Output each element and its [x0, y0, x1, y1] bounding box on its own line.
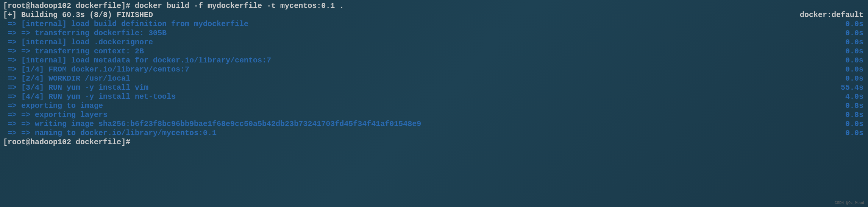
build-step-row: => [internal] load metadata for docker.i…	[3, 56, 865, 65]
build-step-row: => exporting to image0.8s	[3, 101, 865, 111]
build-step-time: 55.4s	[841, 83, 865, 92]
watermark: CSDN @Oz_Mood	[835, 201, 864, 205]
build-step-text: => [internal] load build definition from…	[3, 20, 845, 29]
build-step-row: => [3/4] RUN yum -y install vim55.4s	[3, 83, 865, 92]
build-step-time: 0.8s	[845, 111, 865, 120]
build-step-row: => => transferring dockerfile: 305B0.0s	[3, 29, 865, 38]
build-step-time: 0.0s	[845, 56, 865, 65]
build-step-row: => => naming to docker.io/library/mycent…	[3, 129, 865, 138]
prompt-text: [root@hadoop102 dockerfile]#	[3, 138, 865, 147]
building-status-line: [+] Building 60.3s (8/8) FINISHED docker…	[3, 11, 865, 20]
build-step-time: 0.0s	[845, 38, 865, 47]
build-step-text: => => exporting layers	[3, 111, 845, 120]
command-line-1: [root@hadoop102 dockerfile]# docker buil…	[3, 2, 865, 11]
build-step-row: => => writing image sha256:b6f23f8bc96bb…	[3, 120, 865, 129]
build-step-text: => => naming to docker.io/library/mycent…	[3, 129, 845, 138]
build-step-row: => => exporting layers0.8s	[3, 111, 865, 120]
build-step-time: 0.8s	[845, 101, 865, 111]
command-text: [root@hadoop102 dockerfile]# docker buil…	[3, 2, 865, 11]
build-step-time: 4.0s	[845, 92, 865, 101]
build-step-text: => => transferring dockerfile: 305B	[3, 29, 845, 38]
build-step-text: => [internal] load .dockerignore	[3, 38, 845, 47]
build-step-row: => [4/4] RUN yum -y install net-tools4.0…	[3, 92, 865, 101]
build-step-text: => => transferring context: 2B	[3, 47, 845, 56]
build-step-text: => [3/4] RUN yum -y install vim	[3, 83, 841, 92]
build-step-text: => [1/4] FROM docker.io/library/centos:7	[3, 65, 845, 74]
build-step-time: 0.0s	[845, 29, 865, 38]
build-step-text: => [internal] load metadata for docker.i…	[3, 56, 845, 65]
build-step-row: => [1/4] FROM docker.io/library/centos:7…	[3, 65, 865, 74]
building-status: [+] Building 60.3s (8/8) FINISHED	[3, 11, 800, 20]
build-step-time: 0.0s	[845, 120, 865, 129]
build-step-time: 0.0s	[845, 74, 865, 83]
docker-default-label: docker:default	[800, 11, 865, 20]
build-step-time: 0.0s	[845, 129, 865, 138]
command-line-last: [root@hadoop102 dockerfile]#	[3, 138, 865, 147]
build-step-row: => [internal] load build definition from…	[3, 20, 865, 29]
build-step-text: => [4/4] RUN yum -y install net-tools	[3, 92, 845, 101]
build-step-time: 0.0s	[845, 65, 865, 74]
build-step-row: => => transferring context: 2B0.0s	[3, 47, 865, 56]
build-step-text: => exporting to image	[3, 101, 845, 111]
build-step-time: 0.0s	[845, 47, 865, 56]
build-step-time: 0.0s	[845, 20, 865, 29]
build-step-text: => [2/4] WORKDIR /usr/local	[3, 74, 845, 83]
build-steps-container: => [internal] load build definition from…	[3, 20, 865, 138]
build-step-row: => [2/4] WORKDIR /usr/local0.0s	[3, 74, 865, 83]
build-step-text: => => writing image sha256:b6f23f8bc96bb…	[3, 120, 845, 129]
build-step-row: => [internal] load .dockerignore0.0s	[3, 38, 865, 47]
